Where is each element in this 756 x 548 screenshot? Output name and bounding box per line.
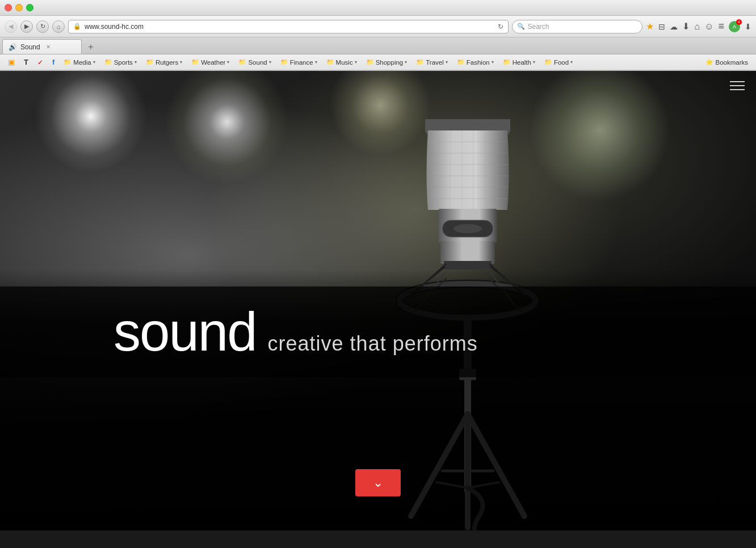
star-icon[interactable]: ★ xyxy=(646,21,654,32)
bookmark-folder-icon-music: 📁 xyxy=(326,58,334,66)
bookmark-icon-times: T xyxy=(24,58,28,66)
minimize-button[interactable] xyxy=(15,4,23,11)
forward-button[interactable]: ▶ xyxy=(20,20,33,33)
tabs-bar: 🔊 Sound ✕ + xyxy=(0,37,756,54)
bookmark-arrow-food: ▾ xyxy=(570,60,573,65)
close-button[interactable] xyxy=(5,4,12,11)
bookmark-arrow-travel: ▾ xyxy=(446,60,448,65)
nav-bar: ◀ ▶ ↻ ⌂ 🔒 www.sound-hc.com ↻ 🔍 Search ★ … xyxy=(0,16,756,37)
new-tab-button[interactable]: + xyxy=(84,40,98,54)
url-bar[interactable]: 🔒 www.sound-hc.com ↻ xyxy=(68,20,509,33)
settings-icon[interactable]: ≡ xyxy=(718,20,724,32)
bookmark-label-rutgers: Rutgers xyxy=(156,59,178,66)
bookmarks-label: Bookmarks xyxy=(715,59,748,66)
bookmark-arrow-music: ▾ xyxy=(355,60,357,65)
bookmark-icon-check: ✓ xyxy=(37,58,43,66)
bookmark-item-travel[interactable]: 📁 Travel ▾ xyxy=(413,57,451,67)
forward-icon: ▶ xyxy=(24,23,29,30)
tab-icon: 🔊 xyxy=(9,43,17,51)
bookmark-folder-icon-fashion: 📁 xyxy=(457,58,465,66)
bookmark-item-0[interactable]: ▣ xyxy=(5,57,18,68)
refresh-button[interactable]: ↻ xyxy=(36,20,49,33)
hamburger-line-3 xyxy=(730,89,745,90)
window-controls xyxy=(5,4,33,11)
bookmark-icon-0: ▣ xyxy=(8,58,15,66)
bookmarks-star-icon: ⭐ xyxy=(705,58,713,66)
avatar-badge: 4 xyxy=(736,19,742,25)
sync-icon[interactable]: ⬇ xyxy=(745,22,751,31)
svg-rect-1 xyxy=(425,119,510,130)
svg-line-36 xyxy=(436,482,468,488)
download-icon[interactable]: ⬇ xyxy=(682,21,690,32)
nav-icons: ★ ⊟ ☁ ⬇ ⌂ ☺ ≡ A 4 ⬇ xyxy=(646,20,751,32)
reader-icon[interactable]: ⊟ xyxy=(658,22,665,31)
bookmark-item-health[interactable]: 📁 Health ▾ xyxy=(499,57,539,67)
bookmark-item-sound[interactable]: 📁 Sound ▾ xyxy=(235,57,274,67)
bookmark-icon-fb: f xyxy=(52,58,54,66)
bookmark-folder-icon-finance: 📁 xyxy=(280,58,288,66)
search-icon: 🔍 xyxy=(517,23,525,30)
search-bar[interactable]: 🔍 Search xyxy=(512,20,642,33)
avatar-letter: A xyxy=(733,24,736,29)
bookmark-label-health: Health xyxy=(513,59,531,66)
svg-line-32 xyxy=(411,414,468,516)
back-button[interactable]: ◀ xyxy=(5,20,17,33)
url-text: www.sound-hc.com xyxy=(85,23,494,31)
home-nav-icon[interactable]: ⌂ xyxy=(694,22,700,32)
maximize-button[interactable] xyxy=(26,4,33,11)
bookmark-label-shopping: Shopping xyxy=(376,59,404,66)
bookmark-folder-icon-shopping: 📁 xyxy=(366,58,374,66)
bookmark-arrow-health: ▾ xyxy=(533,60,535,65)
bookmark-arrow-fashion: ▾ xyxy=(492,60,494,65)
bookmark-arrow-finance: ▾ xyxy=(315,60,317,65)
bookmark-label-fashion: Fashion xyxy=(467,59,490,66)
svg-point-16 xyxy=(453,224,482,233)
brand-name: sound xyxy=(114,305,257,359)
bookmark-folder-icon-rutgers: 📁 xyxy=(146,58,154,66)
svg-rect-18 xyxy=(444,261,492,269)
svg-rect-17 xyxy=(440,241,495,264)
svg-line-37 xyxy=(468,482,499,488)
hamburger-line-2 xyxy=(730,85,745,86)
bookmark-folder-icon-media: 📁 xyxy=(64,58,72,66)
cta-button[interactable]: ⌄ xyxy=(355,469,401,496)
bookmark-label-travel: Travel xyxy=(426,59,444,66)
avatar[interactable]: A 4 xyxy=(729,21,740,32)
bookmark-item-media[interactable]: 📁 Media ▾ xyxy=(60,57,98,67)
face-icon[interactable]: ☺ xyxy=(704,22,713,32)
chevron-down-icon: ⌄ xyxy=(373,477,383,489)
back-icon: ◀ xyxy=(9,23,13,30)
bookmark-item-check[interactable]: ✓ xyxy=(34,57,47,68)
search-placeholder: Search xyxy=(527,23,549,31)
bookmark-item-sports[interactable]: 📁 Sports ▾ xyxy=(101,57,140,67)
bookmarks-manager[interactable]: ⭐ Bookmarks xyxy=(702,57,751,67)
title-bar xyxy=(0,0,756,16)
active-tab[interactable]: 🔊 Sound ✕ xyxy=(2,39,82,54)
hero-text: sound creative that performs xyxy=(114,305,478,359)
bookmark-item-fashion[interactable]: 📁 Fashion ▾ xyxy=(453,57,497,67)
tab-close-button[interactable]: ✕ xyxy=(46,44,51,50)
bookmark-item-rutgers[interactable]: 📁 Rutgers ▾ xyxy=(142,57,186,67)
bookmark-arrow-media: ▾ xyxy=(93,60,95,65)
svg-line-33 xyxy=(468,414,524,516)
bookmark-arrow-weather: ▾ xyxy=(227,60,229,65)
website-content: sound creative that performs ⌄ xyxy=(0,71,756,530)
bookmark-item-times[interactable]: T xyxy=(20,57,32,68)
url-refresh-icon[interactable]: ↻ xyxy=(498,23,503,31)
home-icon: ⌂ xyxy=(57,23,61,30)
pocket-icon[interactable]: ☁ xyxy=(670,22,678,31)
bookmark-item-finance[interactable]: 📁 Finance ▾ xyxy=(277,57,321,67)
lock-icon: 🔒 xyxy=(73,23,81,30)
bookmark-item-shopping[interactable]: 📁 Shopping ▾ xyxy=(363,57,411,67)
bookmark-folder-icon-weather: 📁 xyxy=(191,58,199,66)
bookmark-item-fb[interactable]: f xyxy=(49,57,58,68)
bookmark-label-music: Music xyxy=(336,59,353,66)
bookmark-item-weather[interactable]: 📁 Weather ▾ xyxy=(188,57,233,67)
browser-chrome: ◀ ▶ ↻ ⌂ 🔒 www.sound-hc.com ↻ 🔍 Search ★ … xyxy=(0,0,756,71)
bookmark-item-music[interactable]: 📁 Music ▾ xyxy=(323,57,360,67)
bookmark-item-food[interactable]: 📁 Food ▾ xyxy=(541,57,576,67)
bookmark-arrow-sound: ▾ xyxy=(269,60,271,65)
home-button[interactable]: ⌂ xyxy=(52,20,65,33)
hamburger-menu[interactable] xyxy=(730,81,745,90)
refresh-icon: ↻ xyxy=(40,23,45,30)
